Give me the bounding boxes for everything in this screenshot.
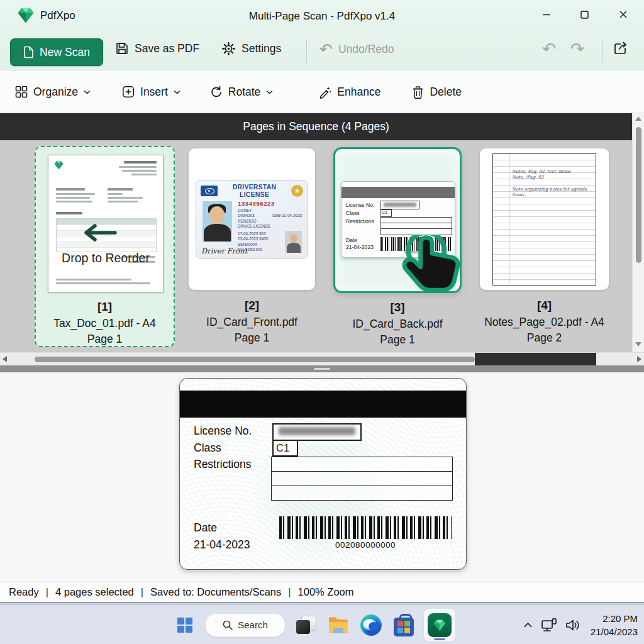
class-field: C1 (272, 440, 298, 457)
tax-doc-page-preview: Drop to Reorder (48, 155, 164, 292)
license-detail-rows: DONEY D034D03 RENZIEIO DRIVOL LICENSE (238, 208, 270, 230)
undo-icon[interactable]: ↶ (542, 40, 557, 57)
volume-icon[interactable] (565, 619, 580, 631)
undo-redo-button[interactable]: ↶ Undo/Redo (319, 42, 394, 57)
id-card-back-preview: License No. Class C1 Restrictions Date 2… (179, 378, 467, 570)
page-preview-panel: License No. Class C1 Restrictions Date 2… (0, 372, 644, 582)
new-scan-button[interactable]: New Scan (10, 38, 103, 66)
start-button[interactable] (172, 613, 197, 638)
thumbnail-tax-doc[interactable]: Drop to Reorder [1] Tax_Doc_01.pdf - A4 … (35, 146, 175, 347)
license-emblem-icon (201, 186, 218, 196)
toolbar-divider (306, 40, 307, 63)
status-bar: Ready | 4 pages selected | Saved to: Doc… (0, 582, 644, 603)
notes-handwriting: Notes, Pag, 02, test, items Note, /Pag, … (512, 169, 596, 199)
pages-sequence-header: Pages in Sequence (4 Pages) (0, 113, 632, 140)
rotate-icon (209, 86, 223, 99)
thumbnail-id-card-front[interactable]: DRIVERSTAN LICENSE ★ 1334356223 DONEY D0… (189, 148, 315, 345)
license-issue-date: Date 11-04-2023 (272, 213, 302, 218)
maximize-icon (580, 11, 589, 19)
new-scan-label: New Scan (40, 46, 90, 59)
page-index: [1] (36, 300, 174, 314)
scroll-right-icon[interactable] (636, 355, 642, 363)
restrictions-field-3 (271, 486, 453, 501)
redo-icon[interactable]: ↷ (570, 40, 585, 57)
taskbar-center-icons: Search (172, 605, 455, 644)
splitter-grip-icon (314, 368, 330, 370)
taskbar: Search (0, 604, 644, 644)
chevron-down-icon (174, 90, 180, 94)
search-icon (223, 620, 233, 630)
page-filename: Tax_Doc_01.pdf - A4 (36, 317, 174, 330)
tray-chevron-up-icon[interactable] (523, 622, 533, 628)
thumbnail-card: Notes, Pag, 02, test, items Note, /Pag, … (480, 148, 609, 290)
search-box[interactable]: Search (205, 613, 286, 637)
task-view-icon (295, 614, 316, 636)
pdfxpo-taskbar-button[interactable] (424, 609, 455, 641)
maximize-button[interactable] (572, 5, 597, 24)
status-zoom: 100% Zoom (298, 586, 354, 598)
scroll-down-icon[interactable] (635, 341, 642, 347)
thumbnail-caption: [4] Notes_Page_02.pdf - A4 Page 2 (480, 299, 609, 345)
gear-icon (221, 42, 236, 56)
license-no-field (272, 423, 362, 441)
network-device-icon[interactable] (541, 618, 557, 633)
horizontal-scrollbar[interactable] (0, 352, 644, 366)
rotate-menu-button[interactable]: Rotate (209, 86, 274, 99)
status-selection: 4 pages selected (55, 586, 134, 598)
chevron-down-icon (266, 90, 273, 94)
settings-label: Settings (242, 42, 281, 55)
share-button[interactable] (613, 40, 629, 57)
thumbnail-caption: [2] ID_Card_Front.pdf Page 1 (189, 299, 315, 345)
scroll-up-icon[interactable] (635, 116, 642, 121)
enhance-button[interactable]: Enhance (318, 86, 380, 99)
horizontal-scroll-range[interactable] (475, 353, 596, 366)
delete-label: Delete (430, 86, 462, 99)
clock-time: 2:20 PM (591, 612, 638, 625)
barcode (279, 516, 452, 539)
vertical-scrollbar[interactable] (632, 112, 644, 352)
magnetic-stripe (341, 187, 455, 198)
title-bar: PdfXpo Multi-Page Scan - PdfXpo v1.4 (0, 0, 644, 31)
toolbar-divider (602, 40, 602, 63)
thumbnail-card: DRIVERSTAN LICENSE ★ 1334356223 DONEY D0… (189, 148, 315, 290)
license-title: DRIVERSTAN LICENSE (218, 183, 291, 198)
task-view-button[interactable] (293, 613, 318, 638)
organize-menu-button[interactable]: Organize (15, 86, 91, 99)
pages-sequence-title: Pages in Sequence (4 Pages) (243, 120, 389, 133)
restrictions-label: Restrictions (194, 458, 251, 471)
close-button[interactable] (611, 5, 636, 24)
page-number: Page 2 (480, 331, 609, 345)
window-chrome: PdfXpo Multi-Page Scan - PdfXpo v1.4 New… (0, 0, 644, 70)
windows-logo-icon (177, 617, 193, 633)
search-label: Search (238, 619, 268, 630)
save-as-pdf-button[interactable]: Save as PDF (115, 42, 199, 55)
scroll-left-icon[interactable] (2, 355, 8, 363)
clock-date: 21/04/2023 (591, 625, 638, 638)
taskbar-clock[interactable]: 2:20 PM 21/04/2023 (591, 612, 638, 638)
settings-button[interactable]: Settings (221, 42, 281, 56)
horizontal-scroll-thumb[interactable] (35, 357, 475, 362)
restrictions-field-2 (271, 471, 453, 486)
delete-button[interactable]: Delete (412, 86, 462, 99)
microsoft-store-button[interactable] (391, 613, 416, 638)
tap-hand-cursor-icon (396, 235, 469, 314)
running-app-indicator (434, 638, 445, 640)
selected-thumbnail-frame: License No. Class C1 Restrictions Date 2… (333, 147, 462, 293)
page-filename: ID_Card_Front.pdf (189, 316, 315, 329)
status-ready: Ready (9, 586, 39, 598)
close-icon (619, 10, 628, 19)
license-number: 1334356223 (238, 200, 275, 207)
thumbnail-notes-page[interactable]: Notes, Pag, 02, test, items Note, /Pag, … (480, 148, 609, 345)
edge-browser-button[interactable] (358, 613, 384, 638)
insert-menu-button[interactable]: Insert (122, 86, 180, 99)
license-no-label: License No. (194, 425, 252, 438)
toolbar-right-icons: ↶ ↷ (542, 40, 584, 57)
system-tray: 2:20 PM 21/04/2023 (523, 605, 638, 644)
thumbnail-id-card-back[interactable]: License No. Class C1 Restrictions Date 2… (333, 147, 462, 347)
minimize-button[interactable] (534, 5, 559, 24)
panel-splitter[interactable] (0, 365, 644, 372)
date-label: Date (194, 521, 217, 535)
document-icon (23, 46, 34, 58)
vertical-scroll-thumb[interactable] (636, 127, 641, 263)
file-explorer-button[interactable] (326, 613, 351, 638)
